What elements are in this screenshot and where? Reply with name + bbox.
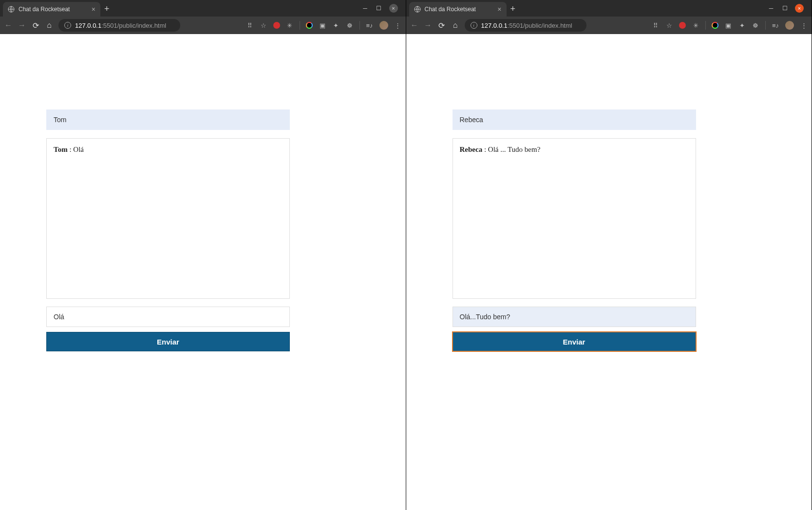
- new-tab-button[interactable]: +: [507, 4, 520, 14]
- username-input[interactable]: [46, 109, 290, 130]
- extension-icon[interactable]: [712, 22, 718, 29]
- separator: [705, 21, 706, 30]
- message-line: Tom : Olá: [54, 146, 283, 154]
- extension-icon[interactable]: ✳: [692, 21, 699, 29]
- messages-box: Rebeca : Olá ... Tudo bem?: [453, 138, 696, 299]
- send-button[interactable]: Enviar: [46, 332, 290, 351]
- profile-avatar[interactable]: [379, 21, 388, 30]
- message-input[interactable]: [453, 307, 696, 327]
- titlebar: Chat da Rocketseat × + ─ ☐ ×: [0, 0, 406, 17]
- extension-icon[interactable]: ▣: [319, 21, 326, 29]
- extension-icon[interactable]: ✦: [738, 21, 746, 29]
- message-input[interactable]: [46, 307, 290, 327]
- extension-icons: ⠿ ☆ ✳ ▣ ✦ ☸ ≡♪ ⋮: [652, 21, 808, 30]
- window-controls: ─ ☐ ×: [357, 4, 403, 13]
- browser-window-right: Chat da Rocketseat × + ─ ☐ × ← → ⟳ ⌂ i 1…: [406, 0, 812, 510]
- globe-icon: [414, 6, 421, 13]
- media-icon[interactable]: ≡♪: [772, 21, 779, 29]
- url-text: 127.0.0.1:5501/public/index.html: [75, 22, 166, 29]
- bookmark-icon[interactable]: ☆: [260, 21, 267, 29]
- reload-icon[interactable]: ⟳: [437, 21, 446, 30]
- minimize-icon[interactable]: ─: [768, 5, 774, 12]
- extension-icon[interactable]: ✦: [332, 21, 340, 29]
- extension-icon[interactable]: [273, 22, 280, 29]
- tab-title: Chat da Rocketseat: [425, 6, 476, 13]
- message-text: Olá ... Tudo bem?: [488, 146, 541, 153]
- message-separator: :: [484, 146, 488, 153]
- separator: [765, 21, 766, 30]
- extension-icon[interactable]: [306, 22, 313, 29]
- address-bar[interactable]: i 127.0.0.1:5501/public/index.html: [465, 19, 586, 32]
- page-content: Tom : Olá Enviar: [0, 34, 406, 510]
- translate-icon[interactable]: ⠿: [652, 21, 660, 29]
- extension-icon[interactable]: ▣: [724, 21, 732, 29]
- globe-icon: [8, 6, 15, 13]
- bookmark-icon[interactable]: ☆: [665, 21, 673, 29]
- home-icon[interactable]: ⌂: [451, 21, 460, 30]
- toolbar: ← → ⟳ ⌂ i 127.0.0.1:5501/public/index.ht…: [0, 17, 406, 34]
- window-controls: ─ ☐ ×: [763, 4, 809, 13]
- reload-icon[interactable]: ⟳: [31, 21, 40, 30]
- extension-icon[interactable]: [679, 22, 686, 29]
- translate-icon[interactable]: ⠿: [246, 21, 254, 29]
- browser-tab[interactable]: Chat da Rocketseat ×: [409, 2, 507, 17]
- extension-icon[interactable]: ✳: [286, 21, 294, 29]
- message-author: Rebeca: [460, 146, 483, 153]
- send-button[interactable]: Enviar: [453, 332, 696, 351]
- chat-container: Rebeca : Olá ... Tudo bem? Enviar: [453, 109, 696, 351]
- tab-strip: Chat da Rocketseat × +: [3, 0, 357, 17]
- page-content: Rebeca : Olá ... Tudo bem? Enviar: [406, 34, 812, 510]
- new-tab-button[interactable]: +: [100, 4, 113, 14]
- forward-icon[interactable]: →: [18, 21, 26, 30]
- extension-icon[interactable]: ☸: [752, 21, 759, 29]
- chat-container: Tom : Olá Enviar: [46, 109, 290, 351]
- address-bar[interactable]: i 127.0.0.1:5501/public/index.html: [58, 19, 180, 32]
- tab-strip: Chat da Rocketseat × +: [409, 0, 763, 17]
- messages-box: Tom : Olá: [46, 138, 290, 299]
- browser-tab[interactable]: Chat da Rocketseat ×: [3, 2, 100, 17]
- maximize-icon[interactable]: ☐: [376, 5, 382, 12]
- back-icon[interactable]: ←: [410, 21, 419, 30]
- info-icon: i: [471, 22, 477, 29]
- menu-icon[interactable]: ⋮: [394, 21, 402, 29]
- maximize-icon[interactable]: ☐: [781, 5, 788, 12]
- media-icon[interactable]: ≡♪: [366, 21, 374, 29]
- forward-icon[interactable]: →: [424, 21, 433, 30]
- extension-icon[interactable]: ☸: [346, 21, 354, 29]
- separator: [359, 21, 360, 30]
- titlebar: Chat da Rocketseat × + ─ ☐ ×: [406, 0, 812, 17]
- minimize-icon[interactable]: ─: [362, 5, 369, 12]
- username-input[interactable]: [453, 109, 696, 130]
- menu-icon[interactable]: ⋮: [800, 21, 808, 29]
- close-window-button[interactable]: ×: [389, 4, 398, 13]
- toolbar: ← → ⟳ ⌂ i 127.0.0.1:5501/public/index.ht…: [406, 17, 812, 34]
- separator: [300, 21, 300, 30]
- tab-title: Chat da Rocketseat: [19, 6, 70, 13]
- back-icon[interactable]: ←: [4, 21, 13, 30]
- message-text: Olá: [73, 146, 84, 153]
- extension-icons: ⠿ ☆ ✳ ▣ ✦ ☸ ≡♪ ⋮: [246, 21, 402, 30]
- profile-avatar[interactable]: [785, 21, 794, 30]
- close-icon[interactable]: ×: [92, 6, 95, 13]
- message-author: Tom: [54, 146, 68, 153]
- close-window-button[interactable]: ×: [795, 4, 804, 13]
- url-text: 127.0.0.1:5501/public/index.html: [481, 22, 572, 29]
- message-line: Rebeca : Olá ... Tudo bem?: [460, 146, 689, 154]
- home-icon[interactable]: ⌂: [45, 21, 54, 30]
- browser-window-left: Chat da Rocketseat × + ─ ☐ × ← → ⟳ ⌂ i 1…: [0, 0, 406, 510]
- close-icon[interactable]: ×: [497, 6, 501, 13]
- info-icon: i: [64, 22, 71, 29]
